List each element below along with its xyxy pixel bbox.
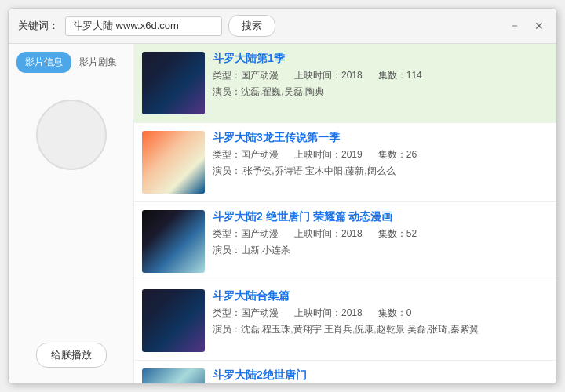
content-area: 影片信息 影片剧集 给朕播放 斗罗大陆第1季 类型 <box>9 44 556 383</box>
search-label: 关键词： <box>18 19 59 33</box>
result-info-2: 斗罗大陆3龙王传说第一季 类型：国产动漫 上映时间：2019 集数：26 演员：… <box>213 131 549 194</box>
titlebar-right: － ✕ <box>506 17 547 34</box>
sidebar: 影片信息 影片剧集 给朕播放 <box>9 44 134 383</box>
result-item-1[interactable]: 斗罗大陆第1季 类型：国产动漫 上映时间：2018 集数：114 演员：沈磊,翟… <box>134 44 556 123</box>
search-button[interactable]: 搜索 <box>228 15 275 37</box>
results-area: 斗罗大陆第1季 类型：国产动漫 上映时间：2018 集数：114 演员：沈磊,翟… <box>134 44 556 383</box>
result-meta-3: 类型：国产动漫 上映时间：2018 集数：52 <box>213 227 549 241</box>
result-title-3[interactable]: 斗罗大陆2 绝世唐门 荣耀篇 动态漫画 <box>213 210 549 224</box>
result-meta-2: 类型：国产动漫 上映时间：2019 集数：26 <box>213 148 549 162</box>
result-info-4: 斗罗大陆合集篇 类型：国产动漫 上映时间：2018 集数：0 演员：沈磊,程玉珠… <box>213 289 549 352</box>
sidebar-bottom: 给朕播放 <box>36 343 107 368</box>
poster-2 <box>142 131 205 194</box>
result-cast-1: 演员：沈磊,翟巍,吴磊,陶典 <box>213 85 549 99</box>
result-cast-4: 演员：沈磊,程玉珠,黄翔宇,王肖兵,倪康,赵乾景,吴磊,张琦,秦紫翼 <box>213 323 549 336</box>
result-cast-3: 演员：山新,小连杀 <box>213 244 549 257</box>
result-meta-4: 类型：国产动漫 上映时间：2018 集数：0 <box>213 307 549 320</box>
tab-movie-info[interactable]: 影片信息 <box>16 52 71 73</box>
result-title-4[interactable]: 斗罗大陆合集篇 <box>213 289 549 303</box>
search-input[interactable] <box>65 16 222 36</box>
poster-1 <box>142 52 205 114</box>
result-info-1: 斗罗大陆第1季 类型：国产动漫 上映时间：2018 集数：114 演员：沈磊,翟… <box>213 52 549 114</box>
result-item-5[interactable]: 斗罗大陆2绝世唐门 <box>134 361 556 383</box>
close-button[interactable]: ✕ <box>531 18 547 34</box>
result-item-2[interactable]: 斗罗大陆3龙王传说第一季 类型：国产动漫 上映时间：2019 集数：26 演员：… <box>134 123 556 202</box>
result-meta-1: 类型：国产动漫 上映时间：2018 集数：114 <box>213 69 549 82</box>
minimize-button[interactable]: － <box>506 17 523 34</box>
poster-3 <box>142 210 205 273</box>
play-button[interactable]: 给朕播放 <box>36 343 107 368</box>
tab-bar: 影片信息 影片剧集 <box>16 52 126 73</box>
tab-movie-episodes[interactable]: 影片剧集 <box>71 52 126 73</box>
titlebar-left: 关键词： 搜索 <box>18 15 275 37</box>
result-cast-2: 演员：,张予侯,乔诗语,宝木中阳,藤新,阔么么 <box>213 165 549 178</box>
poster-5 <box>142 368 205 383</box>
result-info-5: 斗罗大陆2绝世唐门 <box>213 368 549 383</box>
main-window: 关键词： 搜索 － ✕ 影片信息 影片剧集 给朕播放 <box>8 8 557 384</box>
avatar <box>36 100 107 170</box>
result-info-3: 斗罗大陆2 绝世唐门 荣耀篇 动态漫画 类型：国产动漫 上映时间：2018 集数… <box>213 210 549 273</box>
result-item-4[interactable]: 斗罗大陆合集篇 类型：国产动漫 上映时间：2018 集数：0 演员：沈磊,程玉珠… <box>134 281 556 361</box>
result-title-5[interactable]: 斗罗大陆2绝世唐门 <box>213 368 549 383</box>
poster-4 <box>142 289 205 352</box>
result-title-1[interactable]: 斗罗大陆第1季 <box>213 52 549 66</box>
titlebar: 关键词： 搜索 － ✕ <box>9 9 556 44</box>
result-title-2[interactable]: 斗罗大陆3龙王传说第一季 <box>213 131 549 145</box>
result-item-3[interactable]: 斗罗大陆2 绝世唐门 荣耀篇 动态漫画 类型：国产动漫 上映时间：2018 集数… <box>134 202 556 281</box>
